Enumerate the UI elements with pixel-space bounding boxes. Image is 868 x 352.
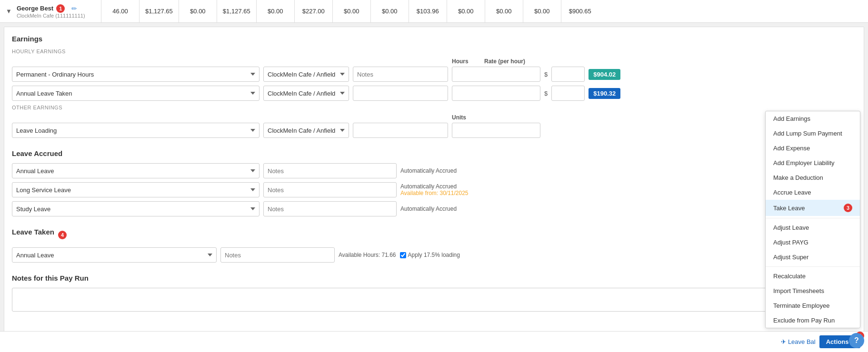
other-units-0[interactable]: 8 — [452, 123, 540, 138]
menu-add-expense[interactable]: Add Expense — [766, 141, 860, 156]
notes-textarea[interactable] — [12, 288, 856, 312]
badge-1: 1 — [56, 4, 65, 13]
cell-2: $0.00 — [179, 0, 217, 23]
menu-adjust-super[interactable]: Adjust Super — [766, 250, 860, 264]
leave-accrued-notes-0[interactable] — [263, 163, 397, 178]
badge-4: 4 — [58, 231, 67, 239]
leave-bal-link[interactable]: ✈ Leave Bal — [781, 338, 815, 344]
cell-5: $227.00 — [294, 0, 332, 23]
other-notes-0[interactable]: Annual Leave: 8 hours © — [353, 123, 448, 138]
rate-header: Rate (per hour) — [484, 58, 856, 65]
leave-taken-type-0[interactable]: Annual Leave — [12, 247, 217, 263]
menu-terminate-employee[interactable]: Terminate Employee — [766, 298, 860, 313]
leave-accrued-row-2: Study Leave Automatically Accrued — [12, 201, 856, 216]
cell-8: $103.96 — [409, 0, 447, 23]
earnings-rate-1[interactable]: 23.79 — [551, 86, 585, 101]
earnings-notes-1[interactable]: Leave taken: 8.00 hours — [353, 86, 448, 101]
leave-taken-notes-0[interactable] — [220, 247, 335, 263]
leave-accrued-notes-2[interactable] — [263, 201, 397, 216]
menu-exclude-from-pay-run[interactable]: Exclude from Pay Run — [766, 313, 860, 328]
earnings-type-select-1[interactable]: Annual Leave Taken — [12, 86, 259, 101]
dollar-prefix-1: $ — [544, 90, 548, 97]
other-headers: Units — [12, 114, 856, 121]
help-button[interactable]: ? — [849, 333, 864, 344]
notes-title: Notes for this Pay Run — [12, 274, 856, 282]
menu-import-timesheets[interactable]: Import Timesheets — [766, 284, 860, 298]
earnings-type-select-0[interactable]: Permanent - Ordinary Hours — [12, 67, 259, 82]
top-cells: 46.00 $1,127.65 $0.00 $1,127.65 $0.00 $2… — [101, 0, 862, 23]
apply-loading-0: Apply 17.5% loading — [400, 252, 460, 258]
earnings-row-0: Permanent - Ordinary Hours ClockMeIn Caf… — [12, 67, 856, 82]
units-header: Units — [452, 114, 480, 121]
menu-adjust-leave[interactable]: Adjust Leave — [766, 220, 860, 235]
cell-12: $900.65 — [561, 0, 599, 23]
apply-loading-checkbox-0[interactable] — [400, 252, 406, 258]
cell-4: $0.00 — [256, 0, 294, 23]
menu-divider-1 — [766, 218, 860, 218]
other-type-select-0[interactable]: Leave Loading — [12, 123, 259, 138]
cell-0: 46.00 — [101, 0, 139, 23]
leave-accrued-row-1: Long Service Leave Automatically Accrued… — [12, 182, 856, 197]
take-leave-label: Take Leave — [773, 205, 805, 212]
apply-loading-label-0: Apply 17.5% loading — [408, 252, 460, 258]
other-label: OTHER EARNINGS — [12, 105, 856, 110]
menu-add-lump-sum[interactable]: Add Lump Sum Payment — [766, 126, 860, 141]
earnings-hours-0[interactable]: 38 — [452, 67, 540, 82]
chevron-down-icon[interactable]: ▼ — [6, 8, 12, 15]
cell-10: $0.00 — [485, 0, 523, 23]
cell-6: $0.00 — [332, 0, 370, 23]
bottom-bar: ✈ Leave Bal Actions ▾ 2 — [0, 331, 868, 344]
dollar-prefix-0: $ — [544, 71, 548, 78]
cell-9: $0.00 — [447, 0, 485, 23]
earnings-row-1: Annual Leave Taken ClockMeIn Cafe / Anfi… — [12, 86, 856, 101]
top-row: ▼ George Best 1 ✏ ClockMeIn Cafe (111111… — [0, 0, 868, 23]
available-hours-0: Available Hours: 71.66 — [339, 252, 396, 258]
earnings-amount-1[interactable]: $190.32 — [589, 88, 620, 99]
leave-accrued-row-0: Annual Leave Automatically Accrued — [12, 163, 856, 178]
earnings-hours-1[interactable]: 8 — [452, 86, 540, 101]
cell-1: $1,127.65 — [139, 0, 179, 23]
menu-add-employer-liability[interactable]: Add Employer Liability — [766, 156, 860, 170]
earnings-location-select-0[interactable]: ClockMeIn Cafe / Anfield — [263, 67, 349, 82]
menu-divider-2 — [766, 266, 860, 267]
leave-accrued-type-2[interactable]: Study Leave — [12, 201, 259, 216]
cell-11: $0.00 — [523, 0, 561, 23]
menu-adjust-payg[interactable]: Adjust PAYG — [766, 235, 860, 250]
edit-icon[interactable]: ✏ — [71, 5, 77, 12]
leave-taken-row-0: Annual Leave Available Hours: 71.66 Appl… — [12, 247, 856, 263]
other-row-0: Leave Loading ClockMeIn Cafe / Anfield A… — [12, 123, 856, 138]
menu-recalculate[interactable]: Recalculate — [766, 269, 860, 284]
earnings-notes-0[interactable] — [353, 67, 448, 82]
leave-accrued-notes-1[interactable] — [263, 182, 397, 197]
earnings-amount-0[interactable]: $904.02 — [589, 69, 620, 80]
menu-take-leave[interactable]: Take Leave 3 — [766, 200, 860, 216]
employee-name: George Best — [17, 5, 53, 12]
cell-3: $1,127.65 — [217, 0, 256, 23]
hours-header: Hours — [452, 58, 480, 65]
leave-accrued-type-0[interactable]: Annual Leave — [12, 163, 259, 178]
actions-dropdown: Add Earnings Add Lump Sum Payment Add Ex… — [765, 111, 860, 328]
earnings-location-select-1[interactable]: ClockMeIn Cafe / Anfield — [263, 86, 349, 101]
leave-taken-title: Leave Taken — [12, 228, 54, 236]
other-location-select-0[interactable]: ClockMeIn Cafe / Anfield — [263, 123, 349, 138]
menu-accrue-leave[interactable]: Accrue Leave — [766, 185, 860, 200]
hourly-headers: Hours Rate (per hour) — [12, 58, 856, 65]
leave-accrued-type-1[interactable]: Long Service Leave — [12, 182, 259, 197]
hourly-label: HOURLY EARNINGS — [12, 49, 856, 54]
menu-make-deduction[interactable]: Make a Deduction — [766, 170, 860, 185]
employee-info: ▼ George Best 1 ✏ ClockMeIn Cafe (111111… — [6, 4, 101, 19]
cell-7: $0.00 — [370, 0, 409, 23]
badge-3: 3 — [844, 204, 852, 212]
earnings-rate-0[interactable]: 23.79 — [551, 67, 585, 82]
menu-add-earnings[interactable]: Add Earnings — [766, 111, 860, 126]
leave-accrued-title: Leave Accrued — [12, 149, 856, 157]
earnings-title: Earnings — [12, 35, 856, 43]
main-content: Earnings HOURLY EARNINGS Hours Rate (per… — [4, 27, 864, 341]
employee-company: ClockMeIn Cafe (111111111) — [17, 13, 85, 19]
leave-taken-header: Leave Taken 4 — [12, 228, 856, 242]
